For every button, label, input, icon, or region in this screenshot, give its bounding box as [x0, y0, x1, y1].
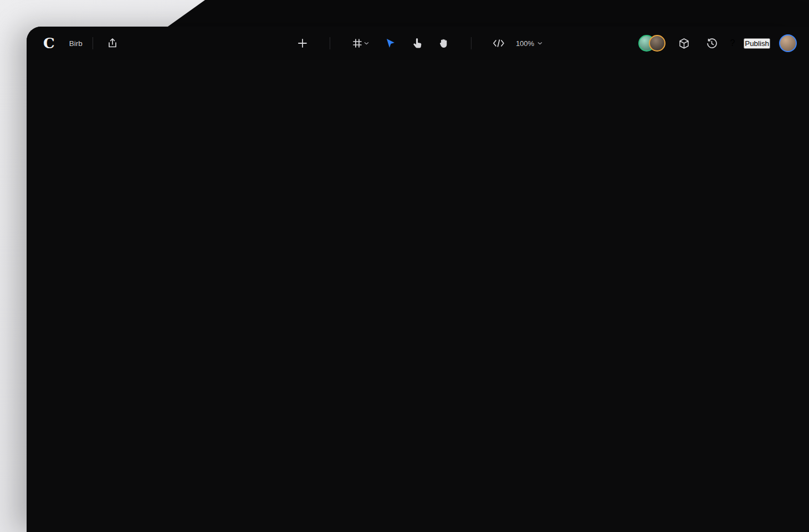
app-window: C Birb [27, 27, 809, 532]
toolbar: C Birb [27, 27, 809, 60]
zoom-level: 100% [516, 39, 534, 48]
window-top-edge [166, 0, 809, 28]
app-logo[interactable]: C [43, 35, 55, 52]
document-title[interactable]: Birb [69, 39, 83, 48]
layers-panel: ▾#Main feed navigationNavigation bar map… [27, 60, 809, 532]
components-package-icon[interactable] [674, 34, 693, 53]
divider [93, 37, 93, 49]
divider [330, 37, 330, 49]
collaborator-avatars[interactable] [638, 35, 665, 52]
history-icon[interactable] [702, 34, 721, 53]
share-icon[interactable] [103, 34, 122, 53]
frame-tool-icon[interactable] [348, 34, 373, 53]
add-frame-icon[interactable] [293, 34, 312, 53]
select-tool-icon[interactable] [381, 34, 400, 53]
pointer-tool-icon[interactable] [408, 34, 427, 53]
tool-group: 100% [293, 34, 542, 53]
avatar-collaborator-orange[interactable] [649, 35, 665, 52]
divider [471, 37, 472, 49]
toolbar-right: ? Publish [638, 34, 797, 53]
hand-tool-icon[interactable] [434, 34, 453, 53]
avatar-current-user[interactable] [779, 34, 797, 52]
zoom-control[interactable]: 100% [516, 39, 542, 48]
help-icon[interactable]: ? [730, 38, 735, 48]
code-icon[interactable] [489, 34, 508, 53]
publish-button[interactable]: Publish [744, 38, 770, 49]
